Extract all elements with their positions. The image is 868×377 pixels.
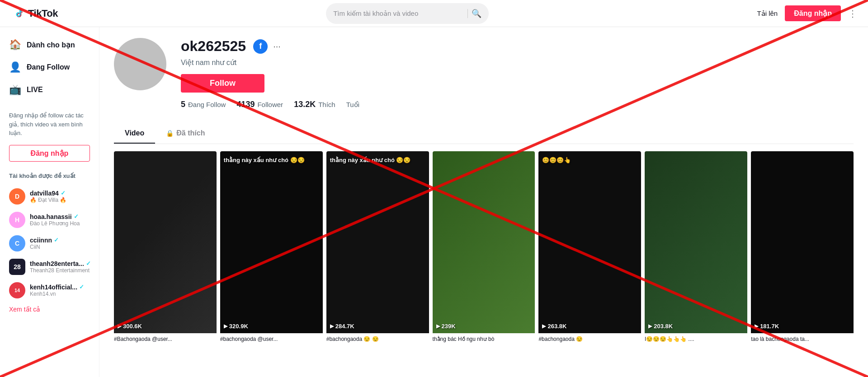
sidebar-login-section: Đăng nhập để follow các tác giả, thích v…	[4, 111, 95, 162]
see-all-link[interactable]: Xem tất cả	[4, 302, 95, 316]
tab-liked-label: Đã thích	[176, 129, 205, 137]
video-card-2[interactable]: thằng này xấu như chó 😒😒 ▶ 320.9K #bacho…	[220, 151, 323, 342]
username-cciin: cciinnn ✓	[30, 237, 59, 244]
video-caption-7: tao là bachongaoda ta...	[751, 336, 854, 342]
video-card-6[interactable]: ▶ 203.8K l😒😒😒👆👆👆 ....	[645, 151, 747, 342]
verified-icon-datvilla: ✓	[61, 190, 66, 196]
stat-followers: 4139 Follower	[236, 100, 283, 109]
video-caption-5: #bachongaoda 😒	[538, 336, 641, 342]
live-icon: 📺	[9, 84, 21, 96]
likes-count: 13.2K	[294, 100, 316, 109]
video-card-3[interactable]: thằng này xấu như chó 😒😒 ▶ 284.7K #bacho…	[326, 151, 429, 342]
tab-video[interactable]: Video	[114, 124, 155, 144]
sidebar-label-following: Đang Follow	[27, 63, 70, 71]
following-label: Đang Follow	[188, 101, 226, 108]
search-input[interactable]	[333, 9, 464, 17]
video-caption-1: #Bachongaoda @user...	[114, 336, 217, 342]
suggested-account-hoaa[interactable]: H hoaa.hanassii ✓ Đào Lê Phương Hoa	[4, 208, 95, 232]
profile-stats: 5 Đang Follow 4139 Follower 13.2K Thích …	[181, 100, 854, 109]
play-icon-4: ▶	[436, 323, 440, 329]
suggested-account-datvilla[interactable]: D datvilla94 ✓ 🔥 Đạt Villa 🔥	[4, 185, 95, 208]
sidebar-nav: 🏠 Dành cho bạn 👤 Đang Follow 📺 LIVE	[4, 34, 95, 100]
verified-icon-kenh14: ✓	[79, 284, 84, 290]
search-divider	[467, 9, 468, 18]
sidebar-item-live[interactable]: 📺 LIVE	[4, 79, 95, 100]
play-count-1: ▶ 300.6K	[118, 323, 142, 330]
play-icon-2: ▶	[224, 323, 227, 329]
profile-actions: f ···	[253, 39, 281, 54]
username-hoaa: hoaa.hanassii ✓	[30, 213, 80, 220]
suggested-account-kenh14[interactable]: 14 kenh14official... ✓ Kenh14.vn	[4, 279, 95, 302]
tab-liked[interactable]: 🔒 Đã thích	[155, 124, 216, 144]
video-thumb-1: ▶ 300.6K	[114, 151, 217, 333]
acc-info-hoaa: hoaa.hanassii ✓ Đào Lê Phương Hoa	[30, 213, 80, 227]
home-icon: 🏠	[9, 39, 21, 51]
video-thumb-3: thằng này xấu như chó 😒😒 ▶ 284.7K	[326, 151, 429, 333]
play-icon-5: ▶	[542, 323, 546, 329]
videos-grid: ▶ 300.6K #Bachongaoda @user... thằng này…	[114, 151, 854, 342]
display-hoaa: Đào Lê Phương Hoa	[30, 220, 80, 227]
sidebar-item-for-you[interactable]: 🏠 Dành cho bạn	[4, 34, 95, 55]
play-icon-6: ▶	[648, 323, 652, 329]
video-thumb-4: ▶ 239K	[433, 151, 535, 333]
search-button[interactable]: 🔍	[472, 9, 481, 19]
acc-info-cciin: cciinnn ✓ CiiN	[30, 237, 59, 250]
video-overlay-3: thằng này xấu như chó 😒😒	[330, 157, 425, 164]
age-label: Tuổi	[346, 101, 359, 109]
suggested-account-theanh28[interactable]: 28 theanh28enterta... ✓ Theanh28 Enterta…	[4, 255, 95, 279]
avatar-cciin: C	[9, 235, 25, 251]
username-theanh28: theanh28enterta... ✓	[30, 260, 91, 267]
stat-age: Tuổi	[346, 101, 359, 109]
suggested-account-cciin[interactable]: C cciinnn ✓ CiiN	[4, 232, 95, 255]
play-icon-3: ▶	[330, 323, 334, 329]
video-card-5[interactable]: 😊😊😊👆 ▶ 263.8K #bachongaoda 😒	[538, 151, 641, 342]
profile-username-row: ok262525 f ···	[181, 38, 854, 55]
main-content: ok262525 f ··· Việt nam như cứt Follow 5…	[99, 27, 868, 377]
verified-icon-theanh28: ✓	[86, 260, 91, 267]
avatar-hoaa: H	[9, 212, 25, 228]
video-caption-6: l😒😒😒👆👆👆 ....	[645, 336, 747, 342]
profile-more-icon[interactable]: ···	[273, 41, 281, 51]
video-card-1[interactable]: ▶ 300.6K #Bachongaoda @user...	[114, 151, 217, 342]
upload-button[interactable]: Tải lên	[757, 9, 778, 18]
video-caption-3: #bachongaoda 😒 😒	[326, 336, 429, 342]
facebook-icon[interactable]: f	[253, 39, 268, 54]
login-prompt-text: Đăng nhập để follow các tác giả, thích v…	[9, 111, 90, 138]
sidebar: 🏠 Dành cho bạn 👤 Đang Follow 📺 LIVE Đăng…	[0, 27, 99, 377]
lock-icon: 🔒	[166, 130, 174, 137]
avatar-datvilla: D	[9, 188, 25, 205]
play-icon-1: ▶	[118, 323, 121, 329]
login-button[interactable]: Đăng nhập	[785, 5, 841, 21]
display-kenh14: Kenh14.vn	[30, 291, 84, 297]
follow-button[interactable]: Follow	[181, 74, 264, 93]
play-icon-7: ▶	[755, 323, 758, 329]
video-thumb-7: ▶ 181.7K	[751, 151, 854, 333]
acc-info-kenh14: kenh14official... ✓ Kenh14.vn	[30, 284, 84, 297]
avatar-theanh28: 28	[9, 259, 25, 275]
sidebar-item-following[interactable]: 👤 Đang Follow	[4, 57, 95, 78]
stat-following: 5 Đang Follow	[181, 100, 226, 109]
username-kenh14: kenh14official... ✓	[30, 284, 84, 291]
play-count-4: ▶ 239K	[436, 323, 456, 330]
profile-header: ok262525 f ··· Việt nam như cứt Follow 5…	[114, 38, 854, 109]
video-card-4[interactable]: ▶ 239K thằng bác Hồ ngu như bò	[433, 151, 535, 342]
acc-info-theanh28: theanh28enterta... ✓ Theanh28 Entertainm…	[30, 260, 91, 274]
search-bar: 🔍	[326, 3, 489, 24]
play-count-3: ▶ 284.7K	[330, 323, 354, 330]
verified-icon-cciin: ✓	[54, 237, 59, 243]
play-count-2: ▶ 320.9K	[224, 323, 248, 330]
tiktok-logo[interactable]: TikTok	[11, 6, 58, 21]
video-thumb-6: ▶ 203.8K	[645, 151, 747, 333]
header: TikTok 🔍 Tải lên Đăng nhập ⋮	[0, 0, 868, 27]
main-layout: 🏠 Dành cho bạn 👤 Đang Follow 📺 LIVE Đăng…	[0, 27, 868, 377]
display-theanh28: Theanh28 Entertainment	[30, 267, 91, 274]
play-count-5: ▶ 263.8K	[542, 323, 566, 330]
play-count-7: ▶ 181.7K	[755, 323, 779, 330]
followers-label: Follower	[257, 101, 283, 108]
stat-likes: 13.2K Thích	[294, 100, 335, 109]
sidebar-login-button[interactable]: Đăng nhập	[9, 145, 90, 162]
more-icon[interactable]: ⋮	[848, 8, 857, 19]
profile-info: ok262525 f ··· Việt nam như cứt Follow 5…	[181, 38, 854, 109]
sidebar-label-live: LIVE	[27, 86, 43, 94]
video-card-7[interactable]: ▶ 181.7K tao là bachongaoda ta...	[751, 151, 854, 342]
